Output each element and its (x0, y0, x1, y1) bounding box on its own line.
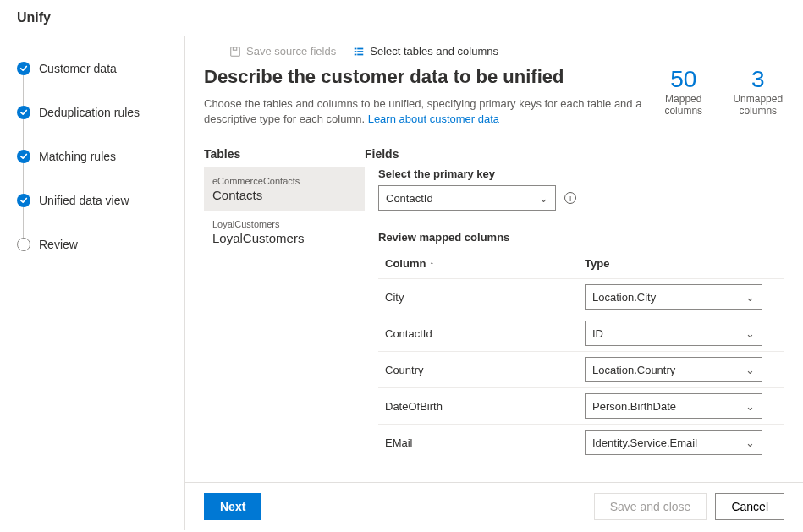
toolbar: Save source fields Select tables and col… (185, 36, 803, 66)
step-label: Review (39, 238, 78, 251)
toolbar-label: Select tables and columns (370, 45, 498, 58)
step-deduplication-rules[interactable]: Deduplication rules (17, 106, 184, 150)
step-customer-data[interactable]: Customer data (17, 62, 184, 106)
svg-rect-0 (231, 47, 240, 56)
app-title: Unify (17, 10, 51, 25)
column-name: Country (385, 364, 585, 376)
fields-header: Fields (365, 147, 399, 161)
check-icon (17, 194, 30, 207)
column-header-type[interactable]: Type (585, 257, 609, 270)
table-source: eCommerceContacts (212, 176, 356, 186)
table-row: DateOfBirth Person.BirthDate ⌄ (378, 387, 784, 424)
table-row: ContactId ID ⌄ (378, 315, 784, 351)
save-and-close-button: Save and close (594, 493, 707, 520)
svg-rect-7 (357, 53, 363, 55)
step-review[interactable]: Review (17, 238, 184, 251)
svg-rect-4 (355, 51, 357, 52)
chevron-down-icon: ⌄ (745, 291, 755, 304)
cancel-button[interactable]: Cancel (715, 493, 784, 520)
toolbar-label: Save source fields (246, 45, 336, 58)
svg-rect-5 (357, 51, 363, 52)
type-select[interactable]: ID ⌄ (585, 321, 762, 346)
svg-rect-1 (233, 47, 236, 50)
column-name: ContactId (385, 327, 585, 340)
select-value: Location.City (592, 291, 656, 304)
review-columns-header: Review mapped columns (378, 231, 784, 244)
column-name: EMail (385, 436, 585, 449)
page-title: Describe the customer data to be unified (204, 66, 661, 88)
svg-rect-3 (357, 47, 363, 49)
chevron-down-icon: ⌄ (745, 364, 755, 376)
column-name: City (385, 291, 585, 304)
column-header-name[interactable]: Column ↑ (385, 257, 585, 270)
table-card-contacts[interactable]: eCommerceContacts Contacts (204, 167, 365, 211)
next-button[interactable]: Next (204, 493, 261, 520)
select-tables-columns-button[interactable]: Select tables and columns (353, 45, 498, 58)
step-label: Customer data (39, 62, 117, 75)
type-select[interactable]: Location.City ⌄ (585, 284, 762, 310)
step-label: Unified data view (39, 194, 129, 207)
list-icon (353, 46, 365, 58)
step-label: Matching rules (39, 150, 116, 163)
stat-label: Unmapped columns (732, 93, 784, 117)
chevron-down-icon: ⌄ (539, 192, 548, 205)
table-row: EMail Identity.Service.Email ⌄ (378, 424, 784, 460)
stat-mapped-columns: 50 Mapped columns (661, 66, 707, 117)
stat-unmapped-columns: 3 Unmapped columns (732, 66, 784, 117)
primary-key-label: Select the primary key (378, 167, 784, 180)
select-value: Person.BirthDate (592, 400, 676, 413)
tables-header: Tables (204, 147, 365, 161)
primary-key-select[interactable]: ContactId ⌄ (378, 185, 556, 211)
type-select[interactable]: Identity.Service.Email ⌄ (585, 430, 762, 455)
step-matching-rules[interactable]: Matching rules (17, 150, 184, 194)
save-source-fields-button: Save source fields (229, 45, 336, 58)
sort-ascending-icon: ↑ (429, 259, 434, 269)
wizard-steps-sidebar: Customer data Deduplication rules Matchi… (0, 36, 184, 530)
step-unified-data-view[interactable]: Unified data view (17, 194, 184, 238)
content-area: Save source fields Select tables and col… (184, 36, 803, 530)
check-icon (17, 150, 30, 163)
chevron-down-icon: ⌄ (745, 327, 755, 340)
check-icon (17, 62, 30, 75)
svg-rect-2 (355, 47, 357, 49)
learn-link[interactable]: Learn about customer data (368, 112, 499, 125)
type-select[interactable]: Person.BirthDate ⌄ (585, 393, 762, 419)
stat-value: 50 (661, 66, 707, 93)
select-value: ID (592, 327, 603, 340)
table-name: LoyalCustomers (212, 231, 356, 245)
table-source: LoyalCustomers (212, 219, 356, 229)
tables-list: eCommerceContacts Contacts LoyalCustomer… (204, 167, 365, 460)
chevron-down-icon: ⌄ (745, 436, 755, 449)
type-select[interactable]: Location.Country ⌄ (585, 357, 762, 382)
chevron-down-icon: ⌄ (745, 400, 755, 413)
footer: Next Save and close Cancel (185, 482, 803, 530)
info-icon[interactable]: i (564, 192, 576, 204)
save-icon (229, 46, 241, 58)
select-value: Identity.Service.Email (592, 436, 697, 449)
select-value: ContactId (386, 192, 433, 205)
page-description: Choose the tables and columns to be unif… (204, 96, 661, 127)
svg-rect-6 (355, 53, 357, 55)
page-header: Unify (0, 0, 803, 36)
stat-label: Mapped columns (661, 93, 707, 117)
table-card-loyalcustomers[interactable]: LoyalCustomers LoyalCustomers (204, 211, 365, 254)
stat-value: 3 (732, 66, 784, 93)
select-value: Location.Country (592, 364, 675, 376)
table-row: Country Location.Country ⌄ (378, 351, 784, 387)
table-row: City Location.City ⌄ (378, 278, 784, 315)
table-name: Contacts (212, 188, 356, 202)
main-scroll[interactable]: Describe the customer data to be unified… (185, 66, 803, 482)
step-label: Deduplication rules (39, 106, 140, 119)
column-name: DateOfBirth (385, 400, 585, 413)
circle-icon (17, 238, 30, 251)
check-icon (17, 106, 30, 119)
